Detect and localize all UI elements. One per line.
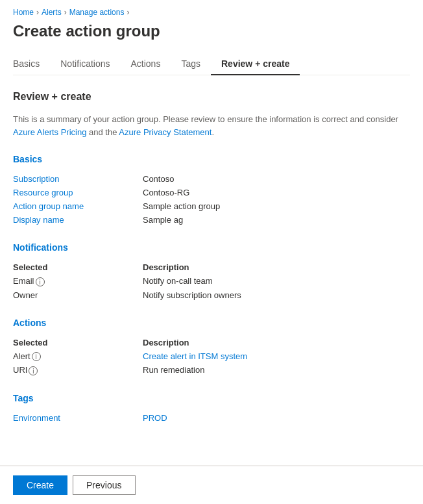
basics-label: Display name <box>13 213 143 227</box>
notifications-row: OwnerNotify subscription owners <box>13 288 410 302</box>
notifications-col1-header: Selected <box>13 260 143 274</box>
info-text: This is a summary of your action group. … <box>13 113 410 138</box>
action-desc-cell: Create alert in ITSM system <box>143 349 410 364</box>
review-create-heading: Review + create <box>13 91 410 103</box>
tabs: Basics Notifications Actions Tags Review… <box>13 53 410 75</box>
notif-description: Notify subscription owners <box>143 288 410 302</box>
info-text-1: This is a summary of your action group. … <box>13 114 398 124</box>
breadcrumb: Home › Alerts › Manage actions › <box>13 8 410 17</box>
tag-value: PROD <box>143 411 410 425</box>
basics-row: SubscriptionContoso <box>13 172 410 186</box>
actions-col1-header: Selected <box>13 336 143 349</box>
create-button[interactable]: Create <box>13 475 67 495</box>
basics-label: Action group name <box>13 199 143 213</box>
azure-privacy-link[interactable]: Azure Privacy Statement <box>119 127 212 137</box>
action-desc-cell: Run remediation <box>143 363 410 377</box>
notif-selected: Owner <box>13 288 143 302</box>
notifications-row: EmailiNotify on-call team <box>13 274 410 288</box>
notif-description: Notify on-call team <box>143 274 410 288</box>
tags-table: EnvironmentPROD <box>13 411 410 425</box>
page-title: Create action group <box>13 22 410 40</box>
notifications-col2-header: Description <box>143 260 410 274</box>
breadcrumb-home[interactable]: Home <box>13 8 34 17</box>
notif-selected: Emaili <box>13 274 143 288</box>
basics-value: Contoso <box>143 172 410 186</box>
basics-value: Sample action group <box>143 199 410 213</box>
info-text-2: and the <box>86 127 119 137</box>
breadcrumb-sep-2: › <box>64 8 67 17</box>
basics-title: Basics <box>13 154 410 164</box>
tab-review-create[interactable]: Review + create <box>211 53 300 75</box>
basics-label: Subscription <box>13 172 143 186</box>
breadcrumb-alerts[interactable]: Alerts <box>42 8 62 17</box>
basics-table: SubscriptionContosoResource groupContoso… <box>13 172 410 227</box>
azure-alerts-pricing-link[interactable]: Azure Alerts Pricing <box>13 127 86 137</box>
info-icon[interactable]: i <box>32 352 41 361</box>
notifications-section: Notifications Selected Description Email… <box>13 242 410 302</box>
tab-notifications[interactable]: Notifications <box>50 53 120 75</box>
actions-col2-header: Description <box>143 336 410 349</box>
actions-section: Actions Selected Description AlertiCreat… <box>13 318 410 377</box>
tags-section: Tags EnvironmentPROD <box>13 393 410 425</box>
previous-button[interactable]: Previous <box>73 475 135 495</box>
actions-table: Selected Description AlertiCreate alert … <box>13 336 410 377</box>
info-icon[interactable]: i <box>29 366 38 375</box>
action-selected: URIi <box>13 363 143 377</box>
basics-label: Resource group <box>13 186 143 199</box>
breadcrumb-sep-3: › <box>127 8 129 17</box>
tab-actions[interactable]: Actions <box>121 53 171 75</box>
tag-label: Environment <box>13 411 143 425</box>
notifications-table: Selected Description EmailiNotify on-cal… <box>13 260 410 302</box>
footer: Create Previous <box>0 466 423 504</box>
basics-value: Sample ag <box>143 213 410 227</box>
breadcrumb-manage-actions[interactable]: Manage actions <box>69 8 125 17</box>
info-icon[interactable]: i <box>36 277 45 286</box>
notifications-title: Notifications <box>13 242 410 253</box>
basics-row: Resource groupContoso-RG <box>13 186 410 199</box>
breadcrumb-sep-1: › <box>36 8 39 17</box>
basics-row: Action group nameSample action group <box>13 199 410 213</box>
basics-value: Contoso-RG <box>143 186 410 199</box>
tab-basics[interactable]: Basics <box>13 53 50 75</box>
info-text-3: . <box>212 127 214 137</box>
actions-row: URIiRun remediation <box>13 363 410 377</box>
tags-row: EnvironmentPROD <box>13 411 410 425</box>
actions-title: Actions <box>13 318 410 328</box>
basics-row: Display nameSample ag <box>13 213 410 227</box>
action-description: Run remediation <box>143 365 204 375</box>
action-selected: Alerti <box>13 349 143 364</box>
action-description-link[interactable]: Create alert in ITSM system <box>143 351 247 361</box>
tags-title: Tags <box>13 393 410 403</box>
tab-tags[interactable]: Tags <box>171 53 211 75</box>
actions-row: AlertiCreate alert in ITSM system <box>13 349 410 364</box>
basics-section: Basics SubscriptionContosoResource group… <box>13 154 410 227</box>
